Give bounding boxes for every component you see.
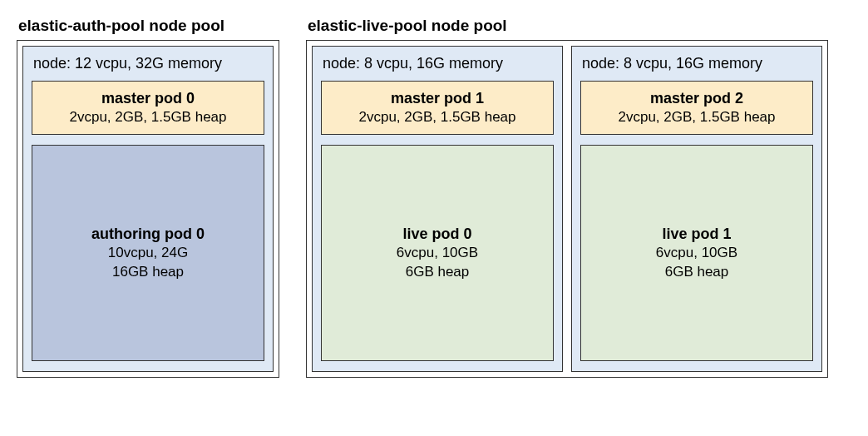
pool-title: elastic-auth-pool node pool — [17, 17, 279, 35]
pod-title: master pod 0 — [37, 88, 259, 108]
master-pod: master pod 0 2vcpu, 2GB, 1.5GB heap — [32, 81, 264, 135]
node-label: node: 8 vcpu, 16G memory — [580, 55, 813, 72]
node-pool-auth: elastic-auth-pool node pool node: 12 vcp… — [17, 17, 279, 378]
master-pod: master pod 1 2vcpu, 2GB, 1.5GB heap — [321, 81, 554, 135]
pod-spec: 16GB heap — [37, 263, 259, 282]
pod-title: authoring pod 0 — [37, 224, 259, 244]
pool-box: node: 12 vcpu, 32G memory master pod 0 2… — [17, 40, 279, 378]
node: node: 12 vcpu, 32G memory master pod 0 2… — [22, 46, 274, 372]
node: node: 8 vcpu, 16G memory master pod 1 2v… — [312, 46, 563, 372]
pod-spec: 10vcpu, 24G — [37, 244, 259, 263]
node: node: 8 vcpu, 16G memory master pod 2 2v… — [571, 46, 822, 372]
master-pod: master pod 2 2vcpu, 2GB, 1.5GB heap — [580, 81, 813, 135]
diagram-root: elastic-auth-pool node pool node: 12 vcp… — [17, 17, 851, 378]
live-pod: live pod 1 6vcpu, 10GB 6GB heap — [580, 145, 813, 361]
authoring-pod: authoring pod 0 10vcpu, 24G 16GB heap — [32, 145, 264, 361]
pod-spec: 2vcpu, 2GB, 1.5GB heap — [586, 108, 807, 127]
pod-title: master pod 2 — [586, 88, 807, 108]
pod-spec: 6GB heap — [586, 263, 807, 282]
pod-spec: 2vcpu, 2GB, 1.5GB heap — [327, 108, 548, 127]
pool-box: node: 8 vcpu, 16G memory master pod 1 2v… — [306, 40, 828, 378]
pod-spec: 6vcpu, 10GB — [586, 244, 807, 263]
node-label: node: 12 vcpu, 32G memory — [32, 55, 264, 72]
pod-spec: 6vcpu, 10GB — [327, 244, 548, 263]
node-label: node: 8 vcpu, 16G memory — [321, 55, 554, 72]
pool-title: elastic-live-pool node pool — [306, 17, 828, 35]
pod-spec: 6GB heap — [327, 263, 548, 282]
pod-title: live pod 0 — [327, 224, 548, 244]
pod-title: live pod 1 — [586, 224, 807, 244]
pod-spec: 2vcpu, 2GB, 1.5GB heap — [37, 108, 259, 127]
pod-title: master pod 1 — [327, 88, 548, 108]
live-pod: live pod 0 6vcpu, 10GB 6GB heap — [321, 145, 554, 361]
node-pool-live: elastic-live-pool node pool node: 8 vcpu… — [306, 17, 828, 378]
